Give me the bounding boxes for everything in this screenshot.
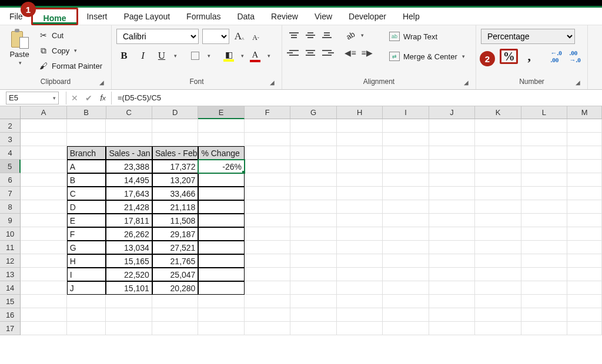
increase-font-button[interactable]: A^ xyxy=(233,30,246,43)
cell-C17[interactable] xyxy=(106,322,152,335)
cell-C3[interactable] xyxy=(106,133,152,146)
cell-M5[interactable] xyxy=(567,160,602,173)
cell-K7[interactable] xyxy=(475,187,521,200)
cell-K16[interactable] xyxy=(475,308,521,322)
increase-indent-button[interactable]: ≡▶ xyxy=(360,46,374,59)
border-button[interactable] xyxy=(188,49,203,63)
row-header-12[interactable]: 12 xyxy=(0,254,21,268)
font-size-select[interactable]: 11 xyxy=(202,29,229,44)
align-bottom-button[interactable] xyxy=(320,29,334,42)
cell-G14[interactable] xyxy=(290,281,336,295)
cell-K6[interactable] xyxy=(475,173,521,187)
cell-G11[interactable] xyxy=(290,241,336,254)
decrease-indent-button[interactable]: ◀≡ xyxy=(343,46,357,59)
cell-H16[interactable] xyxy=(337,308,383,322)
cell-B3[interactable] xyxy=(67,133,106,146)
cell-K10[interactable] xyxy=(475,227,521,241)
row-header-14[interactable]: 14 xyxy=(0,281,21,295)
cell-G4[interactable] xyxy=(290,146,336,160)
cell-I15[interactable] xyxy=(383,295,429,308)
col-header-A[interactable]: A xyxy=(21,106,66,119)
cell-L9[interactable] xyxy=(521,214,567,227)
cell-L5[interactable] xyxy=(521,160,567,173)
cell-J15[interactable] xyxy=(429,295,475,308)
align-center-button[interactable] xyxy=(303,46,317,59)
cell-G13[interactable] xyxy=(290,268,336,281)
cell-M16[interactable] xyxy=(567,308,602,322)
cut-button[interactable]: ✂ Cut xyxy=(36,29,105,42)
cell-E4[interactable]: % Change xyxy=(198,146,244,160)
col-header-J[interactable]: J xyxy=(429,106,475,119)
format-painter-button[interactable]: 🖌 Format Painter xyxy=(36,59,105,72)
cell-H2[interactable] xyxy=(337,119,383,133)
cell-G16[interactable] xyxy=(290,308,336,322)
spreadsheet-grid[interactable]: ABCDEFGHIJKLM 234BranchSales - JanSales … xyxy=(0,106,602,335)
row-header-5[interactable]: 5 xyxy=(0,160,21,173)
align-right-button[interactable] xyxy=(320,46,334,59)
cell-J11[interactable] xyxy=(429,241,475,254)
cell-F12[interactable] xyxy=(245,254,290,268)
cell-C11[interactable]: 13,034 xyxy=(106,241,152,254)
cell-H5[interactable] xyxy=(337,160,383,173)
cell-K17[interactable] xyxy=(475,322,521,335)
cell-E15[interactable] xyxy=(198,295,244,308)
cell-D10[interactable]: 29,187 xyxy=(152,227,198,241)
cell-K14[interactable] xyxy=(475,281,521,295)
formula-input[interactable]: =(D5-C5)/C5 xyxy=(113,93,602,102)
decrease-font-button[interactable]: Aˇ xyxy=(249,30,262,43)
confirm-icon[interactable]: ✔ xyxy=(82,92,96,105)
cell-E16[interactable] xyxy=(198,308,244,322)
cell-E7[interactable] xyxy=(198,187,244,200)
cell-M13[interactable] xyxy=(567,268,602,281)
dialog-launcher-icon[interactable]: ◢ xyxy=(99,79,104,86)
cell-F15[interactable] xyxy=(245,295,290,308)
cell-I17[interactable] xyxy=(383,322,429,335)
cell-B10[interactable]: F xyxy=(67,227,106,241)
dialog-launcher-icon[interactable]: ◢ xyxy=(270,79,275,86)
cell-I6[interactable] xyxy=(383,173,429,187)
cell-C2[interactable] xyxy=(106,119,152,133)
cell-L10[interactable] xyxy=(521,227,567,241)
cell-B11[interactable]: G xyxy=(67,241,106,254)
cell-J16[interactable] xyxy=(429,308,475,322)
cell-A10[interactable] xyxy=(21,227,66,241)
cell-L6[interactable] xyxy=(521,173,567,187)
cell-A16[interactable] xyxy=(21,308,66,322)
cell-G6[interactable] xyxy=(290,173,336,187)
cell-J7[interactable] xyxy=(429,187,475,200)
cell-F3[interactable] xyxy=(245,133,290,146)
row-header-15[interactable]: 15 xyxy=(0,295,21,308)
col-header-C[interactable]: C xyxy=(106,106,152,119)
row-header-6[interactable]: 6 xyxy=(0,173,21,187)
cell-B16[interactable] xyxy=(67,308,106,322)
col-header-I[interactable]: I xyxy=(383,106,429,119)
cell-D2[interactable] xyxy=(152,119,198,133)
row-header-7[interactable]: 7 xyxy=(0,187,21,200)
cell-H7[interactable] xyxy=(337,187,383,200)
cell-C13[interactable]: 22,520 xyxy=(106,268,152,281)
cell-L14[interactable] xyxy=(521,281,567,295)
cell-J2[interactable] xyxy=(429,119,475,133)
align-middle-button[interactable] xyxy=(303,29,317,42)
cell-A3[interactable] xyxy=(21,133,66,146)
cell-A8[interactable] xyxy=(21,200,66,214)
cell-I7[interactable] xyxy=(383,187,429,200)
col-header-B[interactable]: B xyxy=(67,106,106,119)
cell-D8[interactable]: 21,118 xyxy=(152,200,198,214)
cell-J3[interactable] xyxy=(429,133,475,146)
cell-B2[interactable] xyxy=(67,119,106,133)
cell-G9[interactable] xyxy=(290,214,336,227)
number-format-select[interactable]: Percentage xyxy=(481,29,575,44)
comma-button[interactable]: , xyxy=(521,49,537,64)
cell-G5[interactable] xyxy=(290,160,336,173)
cell-H13[interactable] xyxy=(337,268,383,281)
cell-A12[interactable] xyxy=(21,254,66,268)
cell-D17[interactable] xyxy=(152,322,198,335)
cell-L17[interactable] xyxy=(521,322,567,335)
cell-K3[interactable] xyxy=(475,133,521,146)
fill-handle[interactable] xyxy=(242,171,245,173)
cell-C14[interactable]: 15,101 xyxy=(106,281,152,295)
cell-K13[interactable] xyxy=(475,268,521,281)
orientation-button[interactable]: ab xyxy=(343,29,357,42)
paste-button[interactable]: Paste ▾ xyxy=(5,29,34,76)
